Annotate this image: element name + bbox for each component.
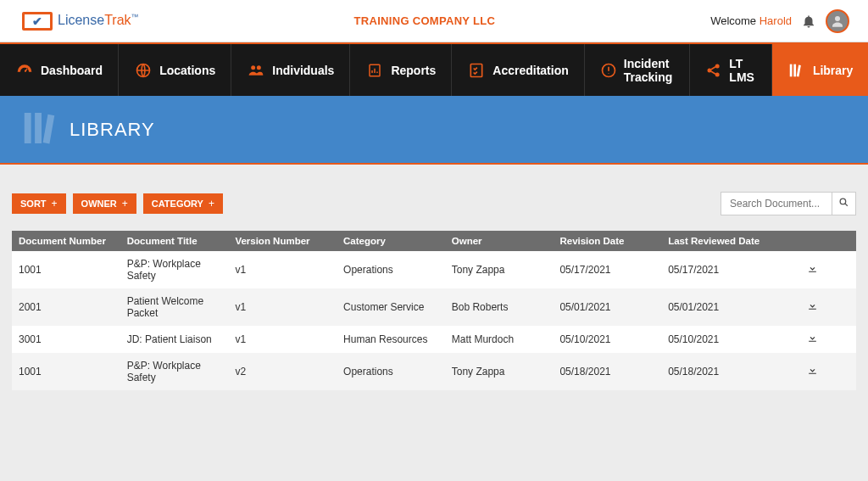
checklist-icon — [467, 62, 486, 79]
cell-doc-no: 1001 — [12, 251, 120, 288]
cell-doc-no: 2001 — [12, 288, 120, 326]
col-revision[interactable]: Revision Date — [553, 231, 661, 251]
cell-owner: Tony Zappa — [445, 353, 554, 390]
cell-title: P&P: Workplace Safety — [120, 353, 229, 390]
table-row[interactable]: 1001P&P: Workplace Safetyv1OperationsTon… — [12, 251, 856, 288]
owner-label: OWNER — [81, 199, 117, 209]
cell-revision: 05/01/2021 — [553, 288, 661, 326]
cell-doc-no: 1001 — [12, 353, 120, 390]
notifications-bell-icon[interactable] — [800, 13, 817, 30]
sort-button[interactable]: SORT+ — [12, 193, 66, 214]
nav-dashboard[interactable]: Dashboard — [0, 44, 119, 96]
nav-lt-lms[interactable]: LT LMS — [690, 44, 772, 96]
cell-title: P&P: Workplace Safety — [120, 251, 229, 288]
plus-icon: + — [209, 198, 214, 210]
page-title: LIBRARY — [70, 119, 155, 141]
logo[interactable]: LicenseTrak™ — [22, 12, 139, 31]
plus-icon: + — [52, 198, 58, 210]
company-name: TRAINING COMPANY LLC — [139, 14, 711, 27]
cell-category: Operations — [337, 251, 445, 288]
share-nodes-icon — [705, 62, 722, 79]
cell-download — [770, 251, 856, 288]
search-button[interactable] — [832, 193, 855, 215]
top-header: LicenseTrak™ TRAINING COMPANY LLC Welcom… — [0, 0, 868, 42]
cell-download — [770, 353, 856, 390]
category-button[interactable]: CATEGORY+ — [143, 193, 223, 214]
col-doc-no[interactable]: Document Number — [12, 231, 120, 251]
nav-label: Library — [813, 64, 853, 77]
cell-revision: 05/17/2021 — [553, 251, 661, 288]
download-icon[interactable] — [807, 366, 818, 378]
nav-reports[interactable]: Reports — [350, 44, 452, 96]
cell-owner: Matt Murdoch — [445, 326, 554, 353]
main-nav: Dashboard Locations Individuals Reports … — [0, 42, 868, 96]
search-input[interactable] — [721, 193, 832, 215]
cell-category: Customer Service — [337, 288, 445, 326]
globe-icon — [134, 62, 153, 79]
documents-table: Document Number Document Title Version N… — [12, 231, 856, 390]
cell-title: Patient Welcome Packet — [120, 288, 229, 326]
nav-label: Locations — [159, 64, 215, 77]
logo-text: LicenseTrak™ — [58, 13, 139, 28]
svg-rect-5 — [471, 64, 482, 76]
cell-version: v1 — [228, 326, 337, 353]
nav-accreditation[interactable]: Accreditation — [452, 44, 584, 96]
content-area: SORT+ OWNER+ CATEGORY+ Document Number D… — [0, 165, 868, 390]
search-container — [721, 192, 856, 215]
sort-label: SORT — [20, 199, 47, 209]
svg-rect-10 — [790, 64, 793, 76]
nav-label: LT LMS — [729, 57, 756, 84]
svg-rect-15 — [43, 114, 55, 143]
filter-row: SORT+ OWNER+ CATEGORY+ — [12, 192, 856, 215]
nav-library[interactable]: Library — [772, 44, 868, 96]
logo-trak: Trak — [104, 14, 131, 28]
logo-mark-icon — [22, 12, 53, 31]
nav-individuals[interactable]: Individuals — [231, 44, 350, 96]
col-owner[interactable]: Owner — [445, 231, 554, 251]
gauge-icon — [15, 62, 34, 79]
nav-label: Incident Tracking — [624, 57, 675, 84]
table-row[interactable]: 2001Patient Welcome Packetv1Customer Ser… — [12, 288, 856, 326]
category-label: CATEGORY — [152, 199, 203, 209]
nav-label: Reports — [391, 64, 436, 77]
svg-rect-12 — [797, 64, 801, 76]
col-category[interactable]: Category — [337, 231, 445, 251]
col-last-reviewed[interactable]: Last Reviewed Date — [661, 231, 770, 251]
cell-owner: Bob Roberts — [445, 288, 554, 326]
alert-icon — [600, 62, 617, 79]
cell-revision: 05/10/2021 — [553, 326, 661, 353]
svg-point-3 — [257, 65, 261, 70]
col-version[interactable]: Version Number — [228, 231, 337, 251]
cell-version: v2 — [228, 353, 337, 390]
download-icon[interactable] — [807, 265, 818, 277]
user-avatar[interactable] — [826, 9, 849, 33]
download-icon[interactable] — [807, 302, 818, 314]
search-icon — [838, 197, 849, 210]
svg-point-2 — [251, 65, 255, 70]
plus-icon: + — [122, 198, 128, 210]
table-row[interactable]: 3001JD: Patient Liaisonv1Human Resources… — [12, 326, 856, 353]
cell-download — [770, 326, 856, 353]
header-right: Welcome Harold — [710, 9, 849, 33]
owner-button[interactable]: OWNER+ — [73, 193, 136, 214]
username[interactable]: Harold — [760, 14, 792, 27]
cell-revision: 05/18/2021 — [553, 353, 661, 390]
cell-last-reviewed: 05/18/2021 — [661, 353, 770, 390]
nav-incident-tracking[interactable]: Incident Tracking — [585, 44, 691, 96]
nav-label: Individuals — [272, 64, 334, 77]
table-row[interactable]: 1001P&P: Workplace Safetyv2OperationsTon… — [12, 353, 856, 390]
cell-doc-no: 3001 — [12, 326, 120, 353]
svg-point-8 — [715, 64, 720, 68]
report-icon — [365, 62, 384, 79]
table-header-row: Document Number Document Title Version N… — [12, 231, 856, 251]
download-icon[interactable] — [807, 334, 818, 346]
cell-last-reviewed: 05/01/2021 — [661, 288, 770, 326]
nav-locations[interactable]: Locations — [119, 44, 231, 96]
col-title[interactable]: Document Title — [120, 231, 229, 251]
cell-category: Operations — [337, 353, 445, 390]
welcome-text: Welcome Harold — [710, 14, 792, 27]
welcome-prefix: Welcome — [710, 14, 760, 27]
svg-rect-11 — [793, 64, 796, 76]
nav-label: Accreditation — [492, 64, 568, 77]
svg-point-7 — [708, 68, 712, 72]
